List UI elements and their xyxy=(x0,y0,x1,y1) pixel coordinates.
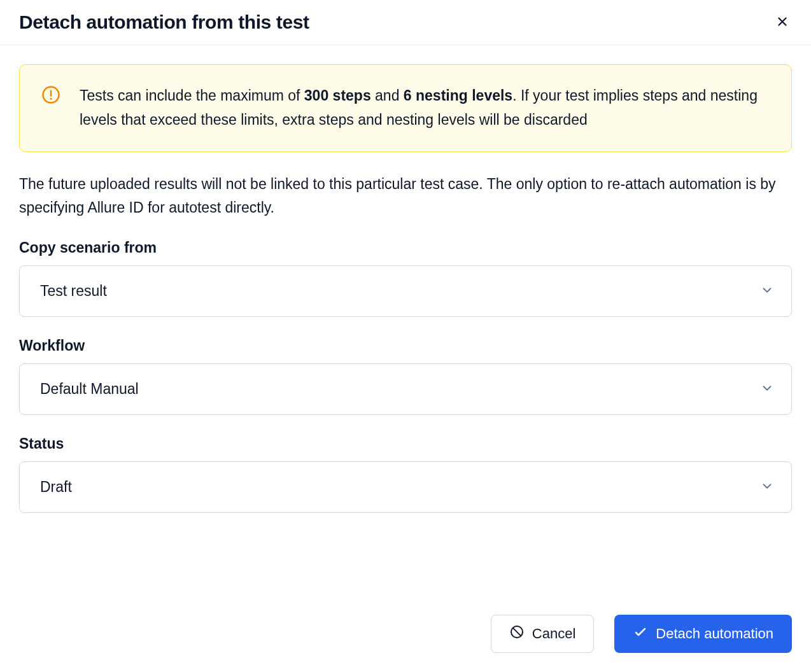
alert-prefix: Tests can include the maximum of xyxy=(80,87,304,104)
alert-text: Tests can include the maximum of 300 ste… xyxy=(80,84,770,132)
dialog-footer: Cancel Detach automation xyxy=(0,596,811,672)
alert-steps: 300 steps xyxy=(304,87,371,104)
prohibit-icon xyxy=(509,624,525,643)
svg-line-4 xyxy=(512,628,521,636)
copy-scenario-select[interactable]: Test result xyxy=(19,265,792,317)
close-button[interactable] xyxy=(773,12,792,33)
status-select[interactable]: Draft xyxy=(19,461,792,513)
dialog-title: Detach automation from this test xyxy=(19,11,309,33)
workflow-field: Workflow Default Manual xyxy=(19,337,792,415)
workflow-label: Workflow xyxy=(19,337,792,354)
status-label: Status xyxy=(19,435,792,452)
alert-and: and xyxy=(371,87,404,104)
description-text: The future uploaded results will not be … xyxy=(19,172,792,220)
check-icon xyxy=(633,624,648,643)
copy-scenario-select-wrapper: Test result xyxy=(19,265,792,317)
workflow-select[interactable]: Default Manual xyxy=(19,363,792,415)
detach-automation-button[interactable]: Detach automation xyxy=(614,615,792,653)
status-value: Draft xyxy=(40,479,72,496)
workflow-value: Default Manual xyxy=(40,381,139,398)
alert-nesting: 6 nesting levels xyxy=(404,87,512,104)
close-icon xyxy=(775,15,789,31)
copy-scenario-label: Copy scenario from xyxy=(19,239,792,256)
detach-label: Detach automation xyxy=(656,626,773,642)
cancel-button[interactable]: Cancel xyxy=(491,615,594,653)
detach-automation-dialog: Detach automation from this test Tests c… xyxy=(0,0,811,672)
warning-icon xyxy=(41,85,60,107)
copy-scenario-value: Test result xyxy=(40,283,107,300)
cancel-label: Cancel xyxy=(532,626,575,642)
copy-scenario-field: Copy scenario from Test result xyxy=(19,239,792,317)
dialog-body: Tests can include the maximum of 300 ste… xyxy=(0,45,811,596)
svg-point-2 xyxy=(50,98,52,100)
workflow-select-wrapper: Default Manual xyxy=(19,363,792,415)
status-field: Status Draft xyxy=(19,435,792,513)
limits-alert: Tests can include the maximum of 300 ste… xyxy=(19,64,792,152)
status-select-wrapper: Draft xyxy=(19,461,792,513)
dialog-header: Detach automation from this test xyxy=(0,0,811,45)
